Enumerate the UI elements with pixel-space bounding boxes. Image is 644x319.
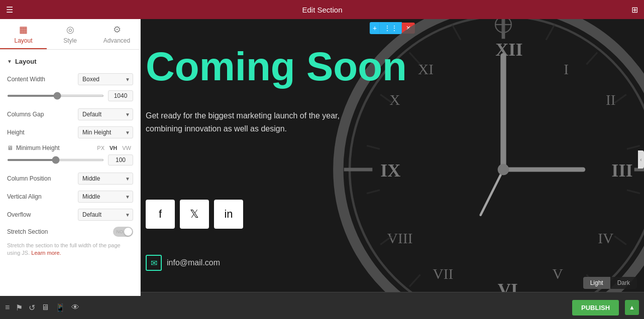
min-height-value[interactable]: 100: [108, 154, 133, 166]
content-width-label: Content Width: [7, 76, 78, 83]
column-position-control: Middle Top Bottom ▼: [78, 173, 133, 185]
unit-vw[interactable]: VW: [120, 144, 133, 151]
header-title: Edit Section: [302, 6, 342, 14]
vertical-align-label: Vertical Align: [7, 193, 78, 200]
height-select-wrapper: Min Height Full Height Fit To Screen ▼: [78, 126, 133, 138]
svg-line-28: [614, 236, 626, 245]
social-buttons-group: f 𝕏 in: [146, 200, 243, 229]
overflow-select-wrapper: Default Hidden ▼: [78, 209, 133, 221]
light-mode-button[interactable]: Light: [583, 277, 610, 289]
min-height-slider[interactable]: [7, 159, 104, 161]
stretch-note: Stretch the section to the full width of…: [0, 240, 140, 262]
layout-section-header[interactable]: ▼ Layout: [0, 55, 140, 70]
unit-vh[interactable]: VH: [108, 144, 119, 151]
advanced-icon: ⚙: [113, 24, 121, 35]
width-slider-container: 1040: [7, 90, 133, 101]
svg-point-21: [498, 164, 509, 176]
flag-icon[interactable]: ⚑: [16, 303, 23, 312]
vertical-align-select-wrapper: Middle Top Bottom ▼: [78, 191, 133, 203]
columns-gap-row: Columns Gap Default No Gap Narrow Wide ▼: [0, 105, 140, 123]
left-panel: ▦ Layout ◎ Style ⚙ Advanced ▼ Layout Con…: [0, 19, 141, 296]
publish-button[interactable]: PUBLISH: [572, 300, 619, 315]
stretch-section-toggle[interactable]: NO: [113, 227, 133, 237]
height-label: Height: [7, 129, 78, 136]
columns-gap-label: Columns Gap: [7, 111, 78, 118]
svg-line-34: [367, 190, 380, 194]
height-row: Height Min Height Full Height Fit To Scr…: [0, 123, 140, 141]
twitter-button[interactable]: 𝕏: [180, 200, 209, 229]
overflow-select[interactable]: Default Hidden: [78, 209, 133, 221]
dark-mode-button[interactable]: Dark: [610, 277, 637, 289]
column-position-label: Column Position: [7, 175, 78, 182]
vertical-align-select[interactable]: Middle Top Bottom: [78, 191, 133, 203]
coming-soon-heading: Coming Soon: [141, 47, 407, 87]
content-width-control: Boxed Full Width ▼: [78, 73, 133, 85]
width-slider-row: 1040: [0, 88, 140, 105]
svg-text:XII: XII: [495, 40, 522, 60]
light-dark-toggle: Light Dark: [583, 277, 637, 289]
min-height-label-row: 🖥 Minimum Height PX VH VW: [0, 141, 140, 152]
svg-line-26: [627, 145, 640, 149]
svg-line-27: [627, 190, 640, 194]
bottom-toolbar: ≡ ⚑ ↺ 🖥 📱 👁 PUBLISH ▲: [0, 296, 644, 319]
panel-content: ▼ Layout Content Width Boxed Full Width …: [0, 50, 140, 296]
content-width-row: Content Width Boxed Full Width ▼: [0, 70, 140, 88]
column-position-select[interactable]: Middle Top Bottom: [78, 173, 133, 185]
svg-line-38: [452, 25, 461, 40]
responsive-icon[interactable]: 📱: [55, 303, 65, 312]
layers-icon[interactable]: ≡: [5, 303, 10, 312]
tab-style-label: Style: [63, 37, 77, 44]
linkedin-button[interactable]: in: [214, 200, 243, 229]
overflow-label: Overflow: [7, 211, 78, 218]
svg-line-20: [481, 170, 503, 215]
canvas-scrollbar[interactable]: [141, 292, 644, 296]
stretch-section-label: Stretch Section: [7, 228, 113, 235]
tab-advanced-label: Advanced: [103, 37, 130, 44]
width-slider[interactable]: [7, 95, 104, 97]
main-layout: ▦ Layout ◎ Style ⚙ Advanced ▼ Layout Con…: [0, 19, 644, 296]
section-arrow-icon: ▼: [7, 59, 12, 64]
eye-icon[interactable]: 👁: [71, 303, 79, 312]
tab-advanced[interactable]: ⚙ Advanced: [93, 19, 140, 49]
height-select[interactable]: Min Height Full Height Fit To Screen: [78, 126, 133, 138]
column-position-row: Column Position Middle Top Bottom ▼: [0, 170, 140, 188]
publish-arrow-button[interactable]: ▲: [625, 300, 639, 315]
grid-icon[interactable]: ⊞: [631, 5, 638, 15]
columns-gap-control: Default No Gap Narrow Wide ▼: [78, 108, 133, 120]
refresh-icon[interactable]: ↺: [29, 303, 35, 312]
monitor-icon: 🖥: [7, 144, 13, 151]
svg-text:VII: VII: [433, 266, 453, 282]
columns-gap-select[interactable]: Default No Gap Narrow Wide: [78, 108, 133, 120]
column-position-select-wrapper: Middle Top Bottom ▼: [78, 173, 133, 185]
layout-section-label: Layout: [15, 58, 37, 65]
svg-line-35: [367, 145, 380, 149]
unit-tabs: PX VH VW: [95, 144, 133, 151]
hamburger-icon[interactable]: ☰: [6, 5, 13, 15]
email-row: ✉ info@mail.com: [146, 255, 220, 271]
svg-line-37: [409, 53, 420, 65]
svg-text:II: II: [606, 92, 616, 108]
tab-style[interactable]: ◎ Style: [47, 19, 93, 49]
min-height-slider-row: 100: [0, 152, 140, 170]
canvas-area: + ⋮⋮ ✕ XII III: [141, 19, 644, 296]
tab-layout[interactable]: ▦ Layout: [0, 19, 47, 49]
unit-px[interactable]: PX: [95, 144, 106, 151]
monitor-icon[interactable]: 🖥: [41, 303, 49, 312]
svg-text:V: V: [552, 266, 563, 282]
svg-line-32: [409, 275, 420, 287]
canvas-subtitle: Get ready for the biggest marketing laun…: [146, 109, 340, 135]
svg-line-25: [614, 94, 626, 103]
facebook-button[interactable]: f: [146, 200, 175, 229]
min-height-slider-container: 100: [7, 154, 133, 166]
content-width-select[interactable]: Boxed Full Width: [78, 73, 133, 85]
min-height-label: Minimum Height: [16, 144, 95, 151]
width-slider-value[interactable]: 1040: [108, 90, 133, 101]
svg-text:IX: IX: [380, 161, 400, 181]
tab-bar: ▦ Layout ◎ Style ⚙ Advanced: [0, 19, 140, 50]
svg-text:VIII: VIII: [387, 230, 413, 246]
email-icon: ✉: [146, 255, 162, 271]
style-icon: ◎: [66, 24, 74, 35]
learn-more-link[interactable]: Learn more.: [31, 250, 61, 256]
toggle-knob: [124, 228, 132, 236]
svg-text:I: I: [564, 61, 569, 77]
